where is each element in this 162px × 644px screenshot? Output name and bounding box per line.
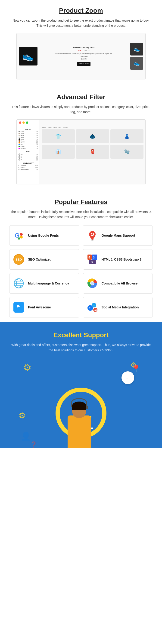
filter-main-area: Staple. Home Shop Blog Contact 👕 🧥 👗 👔 🧣…: [40, 120, 145, 184]
color-dot-grey: [18, 131, 20, 132]
google-fonts-label: Using Google Fonts: [28, 234, 59, 238]
product-zoom-title: Product Zoom: [9, 7, 153, 14]
color-dot-fuchsia: [18, 148, 20, 149]
excellent-support-section: Excellent Support With great deals and o…: [0, 322, 162, 448]
products-grid: 👕 🧥 👗 👔 🧣 🧤: [42, 129, 144, 158]
filter-sidebar: COLOR Grey (4) Taupe (4) Beige: [17, 120, 40, 184]
multilang-icon: [13, 278, 24, 289]
filter-color-orange: Orange (2): [18, 142, 38, 144]
feature-card-html5: 5 3 B HTML5, CSS3 Bootstrap 3: [83, 249, 153, 270]
google-fonts-icon: G: [13, 230, 24, 241]
notavail-checkbox[interactable]: [18, 168, 20, 170]
seo-icon: SEO: [13, 254, 24, 265]
zoom-shoe-thumbs: 👟 👟: [130, 43, 143, 70]
social-media-svg: f 🐦 g+: [87, 302, 98, 312]
product-card-4: 👔: [42, 145, 75, 158]
html5-icon: 5 3 B: [86, 254, 98, 265]
instock-checkbox[interactable]: [18, 167, 20, 168]
svg-point-22: [91, 282, 94, 285]
zoom-product-details: Women's Running Shoe $36.27 $49.75 Lorem…: [40, 46, 128, 66]
feature-card-browser: Compatibile All Browser: [83, 273, 153, 294]
browser-icon: [86, 278, 98, 289]
svg-text:5: 5: [88, 256, 90, 259]
filter-available: Available (68): [18, 165, 38, 166]
shoe-icon: 👟: [22, 51, 34, 62]
filter-top-nav: Staple. Home Shop Blog Contact: [42, 126, 144, 128]
product-card-5: 🧣: [76, 145, 109, 158]
feature-card-seo: SEO SEO Optimized: [9, 249, 79, 270]
color-dot-blue: [18, 144, 20, 146]
svg-point-4: [18, 237, 20, 240]
advanced-filter-description: This feature allows visitors to simply s…: [9, 104, 153, 115]
product-card-3: 👗: [110, 129, 144, 143]
social-media-icon: f 🐦 g+: [86, 302, 98, 313]
support-agent: [68, 402, 91, 448]
color-dot-orange: [18, 142, 20, 144]
html5-label: HTML5, CSS3 Bootstrap 3: [102, 257, 142, 262]
flag-icon: [16, 304, 22, 310]
font-awesome-icon: [13, 302, 24, 313]
svg-text:g+: g+: [94, 309, 97, 312]
color-dot-green: [18, 146, 20, 147]
social-media-label: Social Media Integration: [102, 305, 139, 310]
zoom-add-to-cart[interactable]: ADD TO CART: [77, 62, 90, 66]
size-xs-checkbox[interactable]: [18, 154, 20, 155]
filter-size-s: S (1): [18, 155, 38, 157]
svg-text:🐦: 🐦: [93, 304, 96, 307]
filter-size-m: M (0): [18, 157, 38, 158]
browser-label: Compatibile All Browser: [102, 281, 139, 286]
zoom-mockup-container: 👟 Women's Running Shoe $36.27 $49.75 Lor…: [17, 33, 145, 79]
svg-point-3: [20, 236, 23, 238]
person-body: [68, 416, 91, 448]
svg-point-2: [20, 233, 23, 236]
dot-green: [26, 122, 28, 124]
feature-card-google-fonts: G Using Google Fonts: [9, 225, 79, 246]
filter-color-label: COLOR: [18, 128, 38, 130]
dot-yellow: [22, 122, 25, 124]
filter-in-stock: In stock (66): [18, 167, 38, 168]
advanced-filter-section: Advanced Filter This feature allows visi…: [0, 84, 162, 189]
size-m-checkbox[interactable]: [18, 157, 20, 158]
shoe-thumb-1: 👟: [130, 43, 143, 56]
svg-marker-24: [17, 305, 21, 308]
features-grid: G Using Google Fonts Google Maps Sup: [9, 225, 153, 318]
popular-features-section: Popular Features The popular features in…: [0, 189, 162, 322]
color-dot-brown: [18, 140, 20, 142]
product-card-6: 🧤: [110, 145, 144, 158]
product-zoom-mockup: 👟 Women's Running Shoe $36.27 $49.75 Lor…: [16, 33, 146, 80]
html5-svg: 5 3 B: [87, 254, 98, 265]
zoom-shoe-main: 👟: [19, 47, 37, 66]
color-dot-taupe: [18, 133, 20, 134]
filter-color-blue: Blue (2): [18, 144, 38, 146]
svg-rect-23: [17, 305, 17, 310]
popular-features-description: The popular features include fully respo…: [9, 209, 153, 220]
filter-color-taupe: Taupe (4): [18, 133, 38, 134]
size-xl-checkbox[interactable]: [18, 159, 20, 160]
filter-color-grey: Grey (4): [18, 131, 38, 132]
color-dot-white: [18, 136, 20, 138]
google-maps-svg: [87, 230, 98, 241]
browser-svg: [87, 278, 98, 289]
svg-text:f: f: [89, 306, 90, 310]
product-card-1: 👕: [42, 129, 75, 143]
shoe-thumb-2: 👟: [130, 57, 143, 70]
zoom-desc-text: Lorem ipsum sit amet, consec adipis vest…: [40, 52, 128, 55]
size-s-checkbox[interactable]: [18, 155, 20, 157]
product-zoom-section: Product Zoom Now you can zoom the produc…: [0, 0, 162, 84]
svg-text:B: B: [91, 260, 93, 264]
person-hair: [72, 402, 86, 410]
support-title: Excellent Support: [9, 332, 153, 339]
svg-point-7: [91, 234, 93, 235]
feature-card-social-media: f 🐦 g+ Social Media Integration: [83, 297, 153, 318]
product-zoom-description: Now you can zoom the product and get to …: [9, 18, 153, 28]
filter-window-dots: [19, 122, 28, 124]
color-dot-beige: [18, 135, 20, 136]
filter-color-brown: Brown (3): [18, 140, 38, 142]
support-description: With great deals and offers, customers a…: [9, 342, 153, 353]
product-card-2: 🧥: [76, 129, 109, 143]
google-fonts-svg: G: [13, 230, 24, 241]
gear-top-left-icon: ⚙: [23, 362, 31, 373]
person-head: [72, 402, 86, 418]
avail-checkbox[interactable]: [18, 165, 20, 166]
chat-dots: ...: [126, 376, 129, 380]
